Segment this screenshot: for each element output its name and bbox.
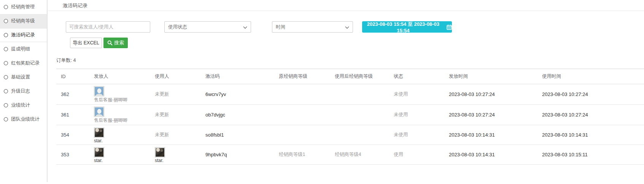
cell-issue-time: 2023-08-03 10:14:31 (444, 145, 537, 165)
person-name: star. (94, 158, 104, 163)
person-cell: star. (155, 145, 165, 164)
cell-user: star. (150, 145, 201, 165)
cell-new-level (330, 105, 389, 125)
search-button-label: 搜索 (114, 39, 124, 46)
column-header: 使用时间 (537, 69, 644, 84)
cell-status: 未使用 (389, 125, 444, 145)
cell-activation-code: so8fsbl1 (201, 125, 274, 145)
radio-circle-icon (4, 33, 8, 37)
photo-avatar[interactable] (155, 147, 165, 157)
cell-id: 354 (56, 125, 89, 145)
cell-status: 使用 (389, 145, 444, 165)
cell-activation-code: ob7dvjgc (201, 105, 274, 125)
radio-circle-icon (4, 47, 8, 51)
cell-id: 361 (56, 105, 89, 125)
chevron-down-icon (243, 25, 247, 29)
order-count-label: 订单数: (56, 58, 72, 63)
default-avatar[interactable] (94, 107, 104, 117)
avatar-image (95, 128, 103, 137)
sidebar-item-activation-code-records[interactable]: 激活码记录 (0, 28, 47, 42)
export-excel-button[interactable]: 导出 EXCEL (70, 38, 102, 48)
avatar-image (95, 87, 103, 96)
sidebar-item-basic-settings[interactable]: 基础设置 (0, 70, 47, 84)
cell-sender: star. (89, 125, 150, 145)
person-name: star. (155, 158, 165, 163)
sidebar-item-commission-detail[interactable]: 提成明细 (0, 42, 47, 56)
cell-sender: 售后客服-丽唧唧 (89, 105, 150, 125)
radio-circle-icon (4, 61, 8, 65)
sidebar: 经销商管理 经销商等级 激活码记录 提成明细 红包奖励记录 基础设置 升级日志 … (0, 0, 48, 182)
radio-circle-icon (4, 103, 8, 107)
radio-circle-icon (4, 5, 8, 9)
sidebar-item-team-performance-stats[interactable]: 团队业绩统计 (0, 112, 47, 126)
sidebar-item-upgrade-log[interactable]: 升级日志 (0, 84, 47, 98)
table-row: 353star.star.9hpbvk7q经销商等级1经销商等级4使用2023-… (56, 145, 644, 165)
order-count: 订单数: 4 (56, 57, 644, 64)
sidebar-item-redpacket-reward-records[interactable]: 红包奖励记录 (0, 56, 47, 70)
search-button[interactable]: 搜索 (103, 38, 128, 48)
sidebar-item-label: 经销商等级 (11, 18, 35, 24)
cell-activation-code: 6wcrv7yv (201, 84, 274, 105)
cell-user: 未更新 (150, 105, 201, 125)
cell-status: 未使用 (389, 105, 444, 125)
person-name: 售后客服-丽唧唧 (94, 97, 127, 103)
column-header: ID (56, 69, 89, 84)
search-input[interactable] (66, 21, 150, 33)
time-select[interactable]: 时间 (272, 21, 353, 33)
radio-circle-icon (4, 75, 8, 79)
cell-old-level (274, 125, 330, 145)
avatar-image (95, 107, 103, 116)
sidebar-item-dealer-management[interactable]: 经销商管理 (0, 0, 47, 14)
radio-circle-icon (4, 89, 8, 93)
date-range-label: 2023-08-03 15:54 至 2023-08-03 15:54 (362, 21, 444, 33)
photo-avatar[interactable] (94, 147, 104, 157)
order-count-value: 4 (73, 58, 76, 63)
sidebar-item-dealer-level[interactable]: 经销商等级 (0, 14, 47, 28)
cell-old-level (274, 84, 330, 105)
page-title: 激活码记录 (48, 0, 644, 11)
cell-issue-time: 2023-08-03 10:14:31 (444, 125, 537, 145)
cell-sender: 售后客服-丽唧唧 (89, 84, 150, 105)
column-header: 激活码 (201, 69, 274, 84)
cell-activation-code: 9hpbvk7q (201, 145, 274, 165)
sidebar-item-label: 红包奖励记录 (11, 60, 40, 66)
time-select-value: 时间 (276, 24, 285, 30)
action-button-row: 导出 EXCEL 搜索 (48, 38, 644, 48)
filter-row: 使用状态 时间 2023-08-03 15:54 至 2023-08-03 15… (48, 21, 644, 33)
search-icon (107, 40, 113, 46)
sidebar-item-label: 经销商管理 (11, 4, 35, 10)
sidebar-item-label: 提成明细 (11, 46, 30, 52)
sidebar-item-label: 基础设置 (11, 74, 30, 80)
status-select[interactable]: 使用状态 (164, 21, 251, 33)
cell-old-level: 经销商等级1 (274, 145, 330, 165)
cell-use-time: 2023-08-03 10:27:24 (537, 105, 644, 125)
person-cell: 售后客服-丽唧唧 (94, 105, 127, 125)
sidebar-item-label: 团队业绩统计 (11, 116, 40, 123)
sidebar-item-label: 业绩统计 (11, 102, 30, 109)
table-body: 362售后客服-丽唧唧未更新6wcrv7yv未使用2023-08-03 10:2… (56, 84, 644, 165)
person-name: 售后客服-丽唧唧 (94, 117, 127, 124)
table-header-row: ID发放人使用人激活码原经销商等级使用后经销商等级状态发放时间使用时间 (56, 69, 644, 84)
radio-circle-icon (4, 117, 8, 121)
status-select-value: 使用状态 (168, 24, 187, 30)
main-content: 激活码记录 使用状态 时间 2023-08-03 15:54 至 2023-08… (48, 0, 644, 184)
cell-id: 353 (56, 145, 89, 165)
cell-use-time: 2023-08-03 10:15:11 (537, 145, 644, 165)
default-avatar[interactable] (94, 86, 104, 96)
avatar-image (95, 148, 103, 157)
sidebar-item-label: 激活码记录 (11, 32, 35, 38)
cell-new-level (330, 84, 389, 105)
person-cell: star. (94, 126, 104, 145)
cell-use-time: 2023-08-03 10:14:31 (537, 125, 644, 145)
person-cell: star. (94, 145, 104, 164)
photo-avatar[interactable] (94, 127, 104, 138)
table-row: 362售后客服-丽唧唧未更新6wcrv7yv未使用2023-08-03 10:2… (56, 84, 644, 105)
cell-old-level (274, 105, 330, 125)
sidebar-item-performance-stats[interactable]: 业绩统计 (0, 98, 47, 112)
cell-status: 未使用 (389, 84, 444, 105)
column-header: 发放时间 (444, 69, 537, 84)
cell-issue-time: 2023-08-03 10:27:24 (444, 105, 537, 125)
cell-sender: star. (89, 145, 150, 165)
cell-use-time: 2023-08-03 10:27:24 (537, 84, 644, 105)
date-range-button[interactable]: 2023-08-03 15:54 至 2023-08-03 15:54 (362, 21, 452, 33)
